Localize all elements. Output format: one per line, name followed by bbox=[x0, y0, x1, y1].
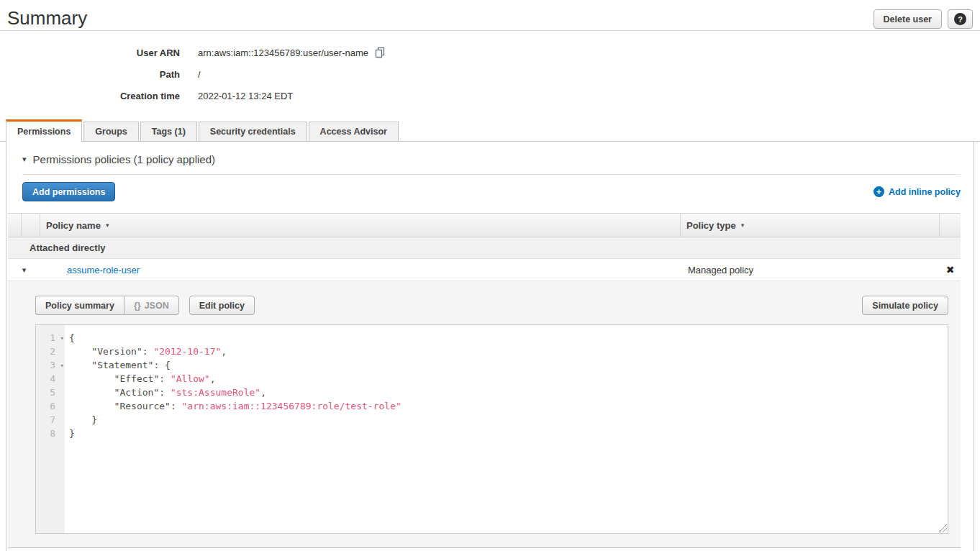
add-inline-policy-label: Add inline policy bbox=[889, 187, 961, 197]
json-braces-icon: {} bbox=[134, 301, 141, 311]
code-line: "Version": "2012-10-17", bbox=[69, 345, 948, 358]
policy-type-cell: Managed policy bbox=[681, 265, 940, 276]
edit-policy-button[interactable]: Edit policy bbox=[189, 296, 255, 315]
page-header: Summary Delete user ? bbox=[0, 0, 980, 31]
row-expand-toggle[interactable]: ▾ bbox=[8, 266, 40, 274]
collapse-caret-icon: ▾ bbox=[22, 155, 27, 163]
field-value: 2022-01-12 13:24 EDT bbox=[198, 91, 293, 101]
code-line: "Effect": "Allow", bbox=[69, 372, 948, 386]
code-line: { bbox=[69, 331, 948, 345]
field-row: Path/ bbox=[0, 69, 980, 80]
remove-policy-icon[interactable]: ✖ bbox=[946, 265, 955, 275]
field-row: Creation time2022-01-12 13:24 EDT bbox=[0, 91, 980, 101]
code-line: } bbox=[69, 427, 948, 440]
policy-name-header-label: Policy name bbox=[46, 220, 101, 231]
section-heading: Permissions policies (1 policy applied) bbox=[33, 153, 215, 165]
tab-groups[interactable]: Groups bbox=[83, 122, 138, 141]
line-number: 6 bbox=[36, 399, 65, 413]
line-number: 1▾ bbox=[36, 331, 65, 345]
help-button[interactable]: ? bbox=[948, 9, 973, 29]
json-view-button[interactable]: {} JSON bbox=[124, 296, 179, 315]
tab-permissions[interactable]: Permissions bbox=[6, 119, 82, 142]
policy-name-column-header[interactable]: Policy name ▾ bbox=[40, 214, 681, 237]
expand-column-header bbox=[8, 214, 22, 237]
field-label: Creation time bbox=[0, 91, 180, 101]
editor-resize-handle[interactable] bbox=[938, 524, 947, 532]
field-label: User ARN bbox=[0, 47, 180, 58]
field-value: / bbox=[198, 69, 201, 80]
code-line: } bbox=[69, 413, 948, 427]
tab-tags-1[interactable]: Tags (1) bbox=[140, 122, 197, 141]
page-title: Summary bbox=[7, 7, 87, 29]
line-number: 8 bbox=[36, 427, 65, 440]
line-number: 2 bbox=[36, 345, 65, 358]
code-line: "Action": "sts:AssumeRole", bbox=[69, 386, 948, 399]
plus-circle-icon: + bbox=[874, 186, 884, 197]
select-column-header bbox=[22, 214, 40, 237]
policy-name-cell: assume-role-user bbox=[40, 265, 681, 276]
line-number: 7 bbox=[36, 413, 65, 427]
table-header-row: Policy name ▾ Policy type ▾ bbox=[8, 213, 961, 237]
field-row: User ARNarn:aws:iam::123456789:user/user… bbox=[0, 47, 980, 58]
editor-code-area[interactable]: { "Version": "2012-10-17", "Statement": … bbox=[65, 325, 948, 533]
policy-detail-panel: Policy summary {} JSON Edit policy Simul… bbox=[8, 281, 961, 548]
policy-table-row: ▾ assume-role-user Managed policy ✖ bbox=[8, 259, 961, 281]
editor-line-number-gutter: 1▾23▾45678 bbox=[36, 325, 65, 533]
add-permissions-button[interactable]: Add permissions bbox=[22, 182, 115, 201]
question-mark-icon: ? bbox=[954, 13, 966, 25]
field-value-text: / bbox=[198, 69, 201, 80]
attached-directly-group-row: Attached directly bbox=[8, 237, 961, 259]
copy-icon[interactable] bbox=[374, 47, 386, 58]
policy-name-link[interactable]: assume-role-user bbox=[67, 265, 140, 276]
sort-caret-icon: ▾ bbox=[741, 222, 745, 229]
permissions-toolbar: Add permissions + Add inline policy bbox=[6, 175, 974, 210]
delete-user-button[interactable]: Delete user bbox=[874, 9, 942, 29]
expand-caret-icon: ▾ bbox=[22, 266, 27, 274]
code-line: "Resource": "arn:aws:iam::123456789:role… bbox=[69, 399, 948, 413]
fold-caret-icon[interactable]: ▾ bbox=[60, 359, 64, 373]
line-number: 5 bbox=[36, 386, 65, 399]
fold-caret-icon[interactable]: ▾ bbox=[60, 332, 64, 345]
tab-security-credentials[interactable]: Security credentials bbox=[199, 122, 307, 141]
remove-column-header bbox=[940, 214, 961, 237]
field-value-text: arn:aws:iam::123456789:user/user-name bbox=[198, 47, 368, 58]
permissions-policies-section-toggle[interactable]: ▾ Permissions policies (1 policy applied… bbox=[6, 142, 974, 174]
remove-policy-cell: ✖ bbox=[940, 265, 961, 275]
header-actions: Delete user ? bbox=[874, 7, 973, 29]
policy-summary-button[interactable]: Policy summary bbox=[35, 296, 124, 315]
line-number: 3▾ bbox=[36, 358, 65, 372]
field-value-text: 2022-01-12 13:24 EDT bbox=[198, 91, 293, 101]
attached-policies-table: Policy name ▾ Policy type ▾ Attached dir… bbox=[8, 213, 961, 548]
field-value: arn:aws:iam::123456789:user/user-name bbox=[198, 47, 386, 58]
simulate-policy-button[interactable]: Simulate policy bbox=[862, 296, 948, 315]
line-number: 4 bbox=[36, 372, 65, 386]
field-label: Path bbox=[0, 69, 180, 80]
add-inline-policy-link[interactable]: + Add inline policy bbox=[874, 186, 961, 197]
permissions-tab-panel: ▾ Permissions policies (1 policy applied… bbox=[6, 142, 974, 551]
json-button-label: JSON bbox=[145, 301, 169, 311]
tab-bar: PermissionsGroupsTags (1)Security creden… bbox=[0, 119, 980, 142]
policy-view-toggle-group: Policy summary {} JSON bbox=[35, 296, 179, 315]
policy-type-header-label: Policy type bbox=[686, 220, 736, 231]
policy-json-editor[interactable]: 1▾23▾45678 { "Version": "2012-10-17", "S… bbox=[35, 324, 948, 534]
policy-type-column-header[interactable]: Policy type ▾ bbox=[681, 214, 940, 237]
code-line: "Statement": { bbox=[69, 358, 948, 372]
sort-caret-icon: ▾ bbox=[106, 222, 109, 229]
user-summary-fields: User ARNarn:aws:iam::123456789:user/user… bbox=[0, 31, 980, 115]
group-row-label: Attached directly bbox=[30, 242, 105, 253]
policy-detail-toolbar: Policy summary {} JSON Edit policy Simul… bbox=[35, 296, 948, 315]
tab-access-advisor[interactable]: Access Advisor bbox=[309, 122, 399, 141]
